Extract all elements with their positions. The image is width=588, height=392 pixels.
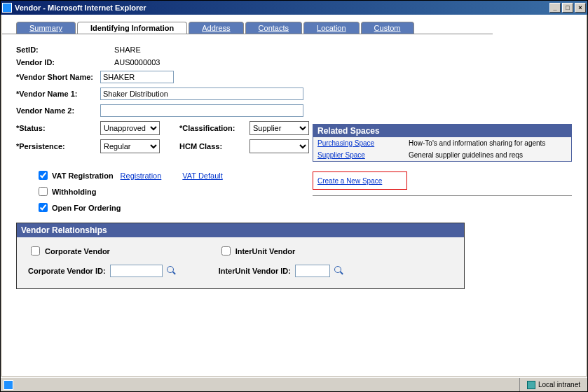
related-spaces-header: Related Spaces (313, 125, 571, 137)
vendor-relationships-panel: Vendor Relationships Corporate Vendor Co… (16, 223, 465, 289)
statusbar: Local intranet (1, 377, 587, 391)
value-vendor-id: AUS0000003 (114, 58, 160, 66)
lookup-icon[interactable] (334, 266, 344, 276)
vendor-relationships-header: Vendor Relationships (17, 223, 464, 237)
label-vendor-short-name: *Vendor Short Name: (16, 73, 100, 81)
lookup-icon[interactable] (167, 266, 177, 276)
checkbox-vat-registration[interactable] (39, 171, 48, 180)
security-zone-label: Local intranet (538, 381, 580, 388)
label-open-for-ordering: Open For Ordering (52, 204, 121, 212)
label-persistence: *Persistence: (16, 142, 100, 150)
ie-icon (2, 3, 12, 13)
label-vendor-id: Vendor ID: (16, 58, 100, 66)
input-vendor-name-2[interactable] (100, 104, 303, 117)
related-row: Supplier Space General supplier guidelin… (313, 149, 571, 161)
tab-identifying-information[interactable]: Identifying Information (77, 22, 187, 34)
select-classification[interactable]: Supplier (249, 121, 309, 135)
label-classification: *Classification: (179, 124, 249, 132)
select-status[interactable]: Unapproved (100, 121, 160, 135)
label-corporate-vendor: Corporate Vendor (45, 247, 110, 255)
tab-contacts[interactable]: Contacts (245, 22, 302, 34)
security-zone: Local intranet (519, 378, 587, 391)
label-setid: SetID: (16, 46, 100, 54)
checkbox-corporate-vendor[interactable] (31, 246, 40, 255)
label-interunit-vendor-id: InterUnit Vendor ID: (219, 267, 291, 275)
related-row: Purchasing Space How-To's and informatio… (313, 137, 571, 149)
content-frame: Summary Identifying Information Address … (1, 15, 587, 377)
input-interunit-vendor-id[interactable] (295, 265, 330, 277)
input-vendor-short-name[interactable] (100, 71, 174, 83)
divider (313, 195, 572, 196)
related-desc: General supplier guidelines and reqs (409, 151, 523, 159)
link-vat-default[interactable]: VAT Default (182, 172, 222, 180)
window-titlebar: Vendor - Microsoft Internet Explorer _ □… (1, 1, 587, 15)
value-setid: SHARE (114, 46, 141, 54)
checkbox-withholding[interactable] (39, 187, 48, 196)
label-hcm-class: HCM Class: (179, 142, 249, 150)
tabs: Summary Identifying Information Address … (2, 15, 493, 34)
label-vendor-name-1: *Vendor Name 1: (16, 90, 100, 98)
link-registration[interactable]: Registration (121, 172, 162, 180)
link-purchasing-space[interactable]: Purchasing Space (317, 139, 374, 147)
label-vendor-name-2: Vendor Name 2: (16, 106, 100, 115)
link-create-new-space[interactable]: Create a New Space (317, 177, 382, 185)
related-desc: How-To's and information sharing for age… (409, 139, 545, 147)
label-corporate-vendor-id: Corporate Vendor ID: (28, 267, 106, 275)
close-button[interactable]: × (575, 3, 586, 13)
related-spaces: Related Spaces Purchasing Space How-To's… (313, 124, 572, 190)
tab-custom[interactable]: Custom (361, 22, 414, 34)
input-corporate-vendor-id[interactable] (110, 265, 163, 277)
tab-address[interactable]: Address (189, 22, 243, 34)
tab-location[interactable]: Location (303, 22, 360, 34)
select-hcm-class[interactable] (249, 139, 309, 153)
intranet-icon (527, 381, 535, 389)
label-interunit-vendor: InterUnit Vendor (235, 247, 296, 255)
select-persistence[interactable]: Regular (100, 139, 160, 153)
tab-summary[interactable]: Summary (16, 22, 76, 34)
checkbox-interunit-vendor[interactable] (221, 246, 231, 255)
link-supplier-space[interactable]: Supplier Space (317, 151, 365, 159)
window-controls: _ □ × (548, 3, 586, 13)
window-title: Vendor - Microsoft Internet Explorer (15, 4, 548, 12)
create-new-space-box: Create a New Space (313, 172, 407, 190)
label-status: *Status: (16, 124, 100, 132)
checkbox-open-for-ordering[interactable] (39, 203, 48, 212)
label-vat-registration: VAT Registration (52, 172, 114, 180)
input-vendor-name-1[interactable] (100, 88, 303, 100)
maximize-button[interactable]: □ (562, 3, 573, 13)
label-withholding: Withholding (52, 188, 96, 196)
minimize-button[interactable]: _ (549, 3, 561, 13)
ie-icon (4, 380, 13, 390)
